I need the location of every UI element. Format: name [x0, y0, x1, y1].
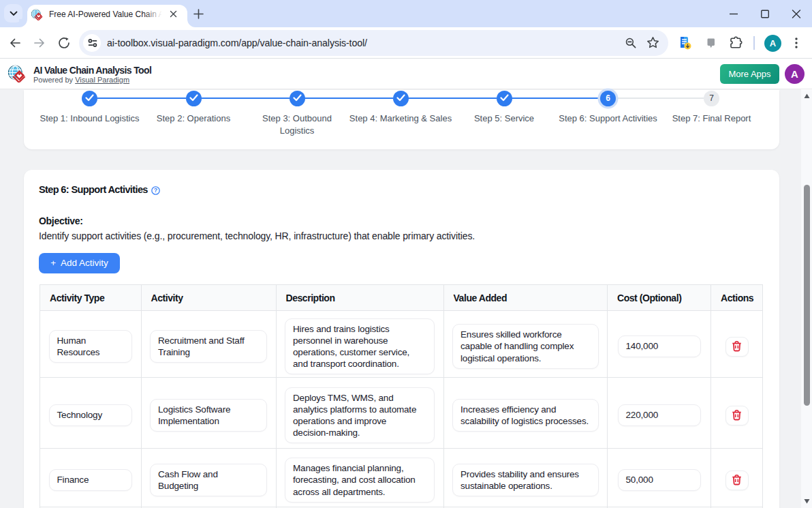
svg-text:?: ? — [154, 187, 157, 194]
